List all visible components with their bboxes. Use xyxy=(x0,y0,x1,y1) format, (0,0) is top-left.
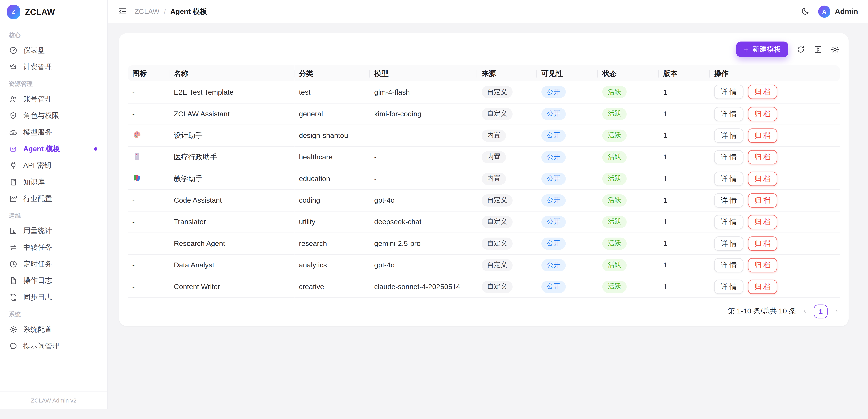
cell-source: 自定义 xyxy=(477,254,537,276)
crown-icon xyxy=(9,62,18,71)
cell-source: 自定义 xyxy=(477,82,537,103)
sidebar-item-model-services[interactable]: 模型服务 xyxy=(4,124,103,141)
archive-button[interactable]: 归档 xyxy=(748,150,777,164)
status-badge: 活跃 xyxy=(602,108,626,120)
cell-actions: 详情归档 xyxy=(710,254,840,276)
visibility-badge: 公开 xyxy=(541,129,566,142)
cell-actions: 详情归档 xyxy=(710,146,840,168)
cell-actions: 详情归档 xyxy=(710,124,840,146)
agent-templates-card: + 新建模板 图标名称分类模型来源可见性状态版本操作 -E2E Test Tem… xyxy=(119,33,849,326)
cell-name: Data Analyst xyxy=(169,254,294,276)
cell-category: coding xyxy=(294,189,370,211)
cell-icon: - xyxy=(128,276,169,297)
sidebar-section-label: 资源管理 xyxy=(4,76,103,91)
cell-model: gpt-4o xyxy=(370,189,477,211)
table-row: -Content Writercreativeclaude-sonnet-4-2… xyxy=(128,276,840,297)
book-icon xyxy=(9,178,18,187)
sidebar-item-agent-templates[interactable]: Agent 模板 xyxy=(4,141,103,157)
archive-button[interactable]: 归档 xyxy=(748,107,777,121)
detail-button[interactable]: 详情 xyxy=(714,215,744,229)
sidebar-item-industry-config[interactable]: 行业配置 xyxy=(4,190,103,207)
sidebar-item-dashboard[interactable]: 仪表盘 xyxy=(4,42,103,59)
cell-version: 1 xyxy=(659,233,710,254)
sidebar-item-accounts[interactable]: 账号管理 xyxy=(4,91,103,108)
sidebar-item-api-keys[interactable]: API 密钥 xyxy=(4,157,103,174)
sidebar-item-operation-logs[interactable]: 操作日志 xyxy=(4,272,103,289)
density-button[interactable] xyxy=(813,44,823,54)
page-1-button[interactable]: 1 xyxy=(814,304,828,318)
detail-button[interactable]: 详情 xyxy=(714,128,744,143)
cell-status: 活跃 xyxy=(598,233,659,254)
sidebar-item-relay-tasks[interactable]: 中转任务 xyxy=(4,239,103,256)
cell-name: E2E Test Template xyxy=(169,82,294,103)
detail-button[interactable]: 详情 xyxy=(714,107,744,121)
visibility-badge: 公开 xyxy=(541,108,566,120)
cell-model: - xyxy=(370,124,477,146)
column-settings-button[interactable] xyxy=(830,44,840,54)
sidebar-item-roles-permissions[interactable]: 角色与权限 xyxy=(4,108,103,124)
source-badge: 自定义 xyxy=(482,237,513,249)
sidebar-item-scheduled-tasks[interactable]: 定时任务 xyxy=(4,256,103,272)
detail-button[interactable]: 详情 xyxy=(714,171,744,186)
sidebar-item-billing[interactable]: 计费管理 xyxy=(4,59,103,76)
cell-status: 活跃 xyxy=(598,189,659,211)
archive-button[interactable]: 归档 xyxy=(748,279,777,294)
sidebar-item-usage-stats[interactable]: 用量统计 xyxy=(4,222,103,239)
refresh-button[interactable] xyxy=(796,44,805,54)
breadcrumb-root[interactable]: ZCLAW xyxy=(134,7,159,16)
detail-button[interactable]: 详情 xyxy=(714,193,744,207)
sidebar-item-label: 中转任务 xyxy=(23,243,52,252)
cell-version: 1 xyxy=(659,146,710,168)
theme-toggle-button[interactable] xyxy=(801,7,810,16)
detail-button[interactable]: 详情 xyxy=(714,279,744,294)
brand-logo: Z xyxy=(7,5,20,19)
detail-button[interactable]: 详情 xyxy=(714,258,744,272)
sidebar: Z ZCLAW 核心仪表盘计费管理资源管理账号管理角色与权限模型服务Agent … xyxy=(0,0,108,409)
cell-model: - xyxy=(370,146,477,168)
sidebar-item-sync-logs[interactable]: 同步日志 xyxy=(4,289,103,306)
sidebar-item-label: 模型服务 xyxy=(23,127,52,137)
archive-button[interactable]: 归档 xyxy=(748,215,777,229)
sidebar-item-system-config[interactable]: 系统配置 xyxy=(4,321,103,338)
plus-icon: + xyxy=(744,45,748,54)
table-row: -Research Agentresearchgemini-2.5-pro自定义… xyxy=(128,233,840,254)
clock-icon xyxy=(9,260,18,269)
cell-version: 1 xyxy=(659,103,710,124)
cell-version: 1 xyxy=(659,168,710,189)
cell-visibility: 公开 xyxy=(537,254,598,276)
archive-button[interactable]: 归档 xyxy=(748,85,777,99)
archive-button[interactable]: 归档 xyxy=(748,236,777,250)
detail-button[interactable]: 详情 xyxy=(714,236,744,250)
sidebar-collapse-button[interactable] xyxy=(118,7,127,16)
archive-button[interactable]: 归档 xyxy=(748,193,777,207)
status-badge: 活跃 xyxy=(602,237,626,249)
cell-actions: 详情归档 xyxy=(710,82,840,103)
pagination: 第 1-10 条/总共 10 条 1 xyxy=(128,304,840,319)
cell-status: 活跃 xyxy=(598,254,659,276)
visibility-badge: 公开 xyxy=(541,151,566,163)
cell-model: claude-sonnet-4-20250514 xyxy=(370,276,477,297)
source-badge: 自定义 xyxy=(482,86,513,98)
archive-button[interactable]: 归档 xyxy=(748,171,777,186)
cell-actions: 详情归档 xyxy=(710,103,840,124)
cell-visibility: 公开 xyxy=(537,103,598,124)
archive-button[interactable]: 归档 xyxy=(748,128,777,143)
table-body: -E2E Test Templatetestglm-4-flash自定义公开活跃… xyxy=(128,82,840,297)
archive-button[interactable]: 归档 xyxy=(748,258,777,272)
detail-button[interactable]: 详情 xyxy=(714,150,744,164)
sidebar-section-label: 系统 xyxy=(4,306,103,321)
cell-category: research xyxy=(294,233,370,254)
cloud-icon xyxy=(9,128,18,137)
sidebar-item-prompt-management[interactable]: 提示词管理 xyxy=(4,338,103,354)
chat-icon xyxy=(9,341,18,351)
sidebar-item-label: API 密钥 xyxy=(23,160,51,171)
create-template-button[interactable]: + 新建模板 xyxy=(736,41,788,57)
prev-page-button[interactable] xyxy=(802,308,808,315)
cell-category: test xyxy=(294,82,370,103)
next-page-button[interactable] xyxy=(833,308,840,315)
sidebar-item-knowledge-base[interactable]: 知识库 xyxy=(4,174,103,190)
cell-name: Code Assistant xyxy=(169,189,294,211)
user-menu[interactable]: A Admin xyxy=(818,5,858,18)
sidebar-footer-version: ZCLAW Admin v2 xyxy=(0,391,107,409)
detail-button[interactable]: 详情 xyxy=(714,85,744,99)
